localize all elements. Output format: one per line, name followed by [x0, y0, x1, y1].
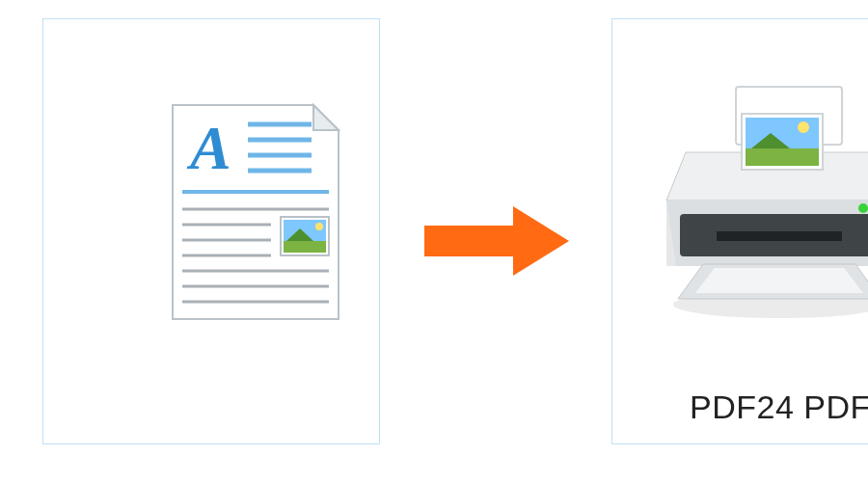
target-caption: PDF24 PDF [612, 388, 868, 426]
svg-point-28 [798, 121, 809, 133]
conversion-diagram: A [0, 0, 868, 482]
document-icon: A [169, 101, 342, 323]
svg-rect-26 [746, 148, 819, 166]
svg-rect-33 [717, 231, 842, 241]
target-panel: PDF24 PDF [611, 18, 868, 444]
printer-icon [639, 77, 868, 328]
svg-text:A: A [186, 114, 231, 182]
svg-point-19 [315, 223, 323, 230]
svg-marker-20 [424, 206, 569, 276]
svg-point-32 [858, 203, 868, 213]
svg-rect-17 [284, 241, 326, 253]
svg-marker-1 [313, 105, 339, 130]
source-panel: A [42, 18, 380, 444]
svg-marker-35 [695, 268, 863, 293]
arrow-right-icon [424, 202, 569, 280]
